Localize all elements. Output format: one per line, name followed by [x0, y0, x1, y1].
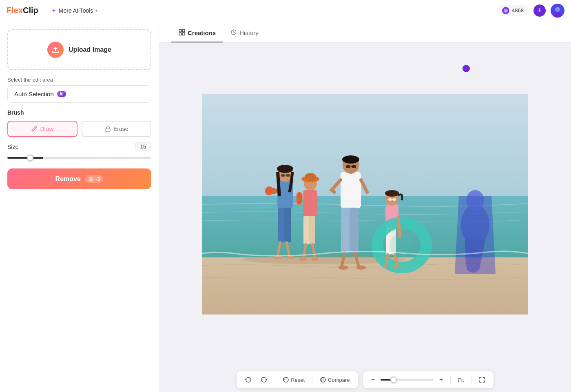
svg-rect-31 [309, 216, 315, 244]
main-layout: Upload Image Select the edit area Auto S… [0, 21, 571, 392]
avatar[interactable] [551, 4, 564, 18]
more-tools-button[interactable]: ✦ More AI Tools ▾ [46, 5, 103, 16]
compare-button[interactable]: Compare [317, 375, 352, 385]
toolbar-group-zoom: − + Fit [363, 371, 494, 388]
nav-right: $ 4868 + [497, 4, 564, 18]
svg-rect-43 [346, 165, 350, 168]
remove-credits: $ -3 [85, 175, 104, 183]
undo-button[interactable] [242, 374, 255, 385]
size-row: Size 15 [7, 142, 151, 151]
star-icon: ✦ [51, 7, 56, 14]
svg-rect-9 [182, 29, 185, 32]
zoom-in-button[interactable]: + [437, 374, 445, 385]
credits-icon: $ [502, 7, 509, 14]
svg-rect-10 [179, 33, 181, 35]
svg-rect-53 [392, 198, 396, 201]
draw-label: Draw [40, 126, 53, 132]
bottom-toolbar: Reset Compare − + Fit [159, 368, 571, 392]
toolbar-group-history: Reset Compare [237, 371, 358, 388]
size-slider[interactable] [7, 157, 151, 159]
auto-selection-badge: AI [57, 91, 66, 97]
erase-button[interactable]: Erase [82, 121, 152, 137]
size-section: Size 15 [7, 142, 151, 162]
svg-rect-11 [182, 33, 185, 35]
svg-text:$: $ [505, 9, 507, 12]
redo-button[interactable] [258, 374, 270, 385]
svg-rect-22 [281, 174, 285, 177]
reset-button[interactable]: Reset [280, 375, 307, 385]
svg-point-54 [385, 190, 399, 197]
toolbar-divider-2 [312, 376, 312, 384]
tabs-bar: Creations History [159, 21, 571, 42]
size-value: 15 [135, 142, 151, 151]
svg-rect-5 [105, 129, 110, 131]
upload-label: Upload Image [69, 46, 111, 53]
image-container [202, 94, 528, 316]
svg-rect-38 [341, 172, 361, 208]
brush-buttons: Draw Erase [7, 121, 151, 137]
cursor-dot [463, 65, 470, 72]
svg-rect-39 [341, 208, 350, 252]
auto-selection-label: Auto Selection [14, 91, 54, 97]
svg-rect-19 [284, 208, 291, 242]
tab-history-label: History [239, 29, 259, 36]
zoom-minus-icon: − [371, 376, 375, 383]
svg-rect-26 [265, 186, 273, 195]
remove-credits-value: -3 [95, 176, 100, 182]
svg-rect-30 [303, 216, 310, 244]
svg-point-21 [277, 165, 293, 173]
more-tools-label: More AI Tools [59, 7, 93, 14]
svg-point-34 [305, 173, 316, 181]
tab-history[interactable]: History [223, 24, 266, 42]
fit-button[interactable]: Fit [456, 375, 466, 385]
svg-rect-40 [350, 208, 359, 252]
select-area-section: Select the edit area Auto Selection AI [7, 77, 151, 103]
erase-label: Erase [113, 126, 128, 132]
credits-badge: $ 4868 [497, 5, 529, 16]
compare-label: Compare [328, 377, 350, 383]
svg-rect-29 [303, 190, 317, 217]
history-icon [230, 29, 237, 37]
zoom-slider[interactable] [381, 379, 434, 381]
creations-icon [179, 29, 185, 37]
svg-rect-44 [352, 165, 356, 168]
auto-selection-row[interactable]: Auto Selection AI [7, 85, 151, 103]
zoom-out-button[interactable]: − [369, 374, 377, 385]
svg-point-37 [311, 258, 319, 261]
svg-rect-35 [297, 192, 302, 204]
size-slider-container [7, 151, 151, 162]
top-nav: FlexClip ✦ More AI Tools ▾ $ 4868 + [0, 0, 571, 21]
tab-creations-label: Creations [188, 29, 216, 36]
canvas-area[interactable] [159, 42, 571, 368]
beach-image [202, 94, 528, 314]
upload-area[interactable]: Upload Image [7, 29, 151, 70]
remove-label: Remove [55, 175, 81, 183]
remove-button[interactable]: Remove $ -3 [7, 168, 151, 189]
zoom-plus-icon: + [439, 376, 443, 383]
svg-point-46 [339, 266, 348, 270]
svg-rect-23 [286, 174, 290, 177]
fit-label: Fit [458, 377, 464, 383]
draw-button[interactable]: Draw [7, 121, 77, 137]
add-credits-button[interactable]: + [533, 4, 546, 17]
brush-label: Brush [7, 109, 151, 116]
logo-flex: Flex [7, 6, 23, 15]
content-area: Creations History [159, 21, 571, 392]
svg-text:$: $ [90, 178, 92, 181]
fullscreen-button[interactable] [476, 375, 488, 385]
toolbar-divider [275, 376, 275, 384]
auto-sel-left: Auto Selection AI [14, 91, 66, 97]
logo-clip: Clip [23, 6, 38, 15]
svg-rect-52 [388, 198, 392, 201]
svg-rect-18 [278, 208, 285, 242]
upload-content: Upload Image [47, 42, 111, 58]
svg-point-36 [299, 258, 307, 261]
size-label: Size [7, 144, 18, 150]
logo[interactable]: FlexClip [7, 6, 38, 15]
reset-label: Reset [291, 377, 305, 383]
credits-count: 4868 [512, 7, 524, 13]
tab-creations[interactable]: Creations [171, 24, 223, 42]
svg-point-47 [356, 266, 366, 270]
svg-rect-8 [179, 29, 181, 32]
brush-section: Brush Draw Erase Size 15 [7, 109, 151, 162]
